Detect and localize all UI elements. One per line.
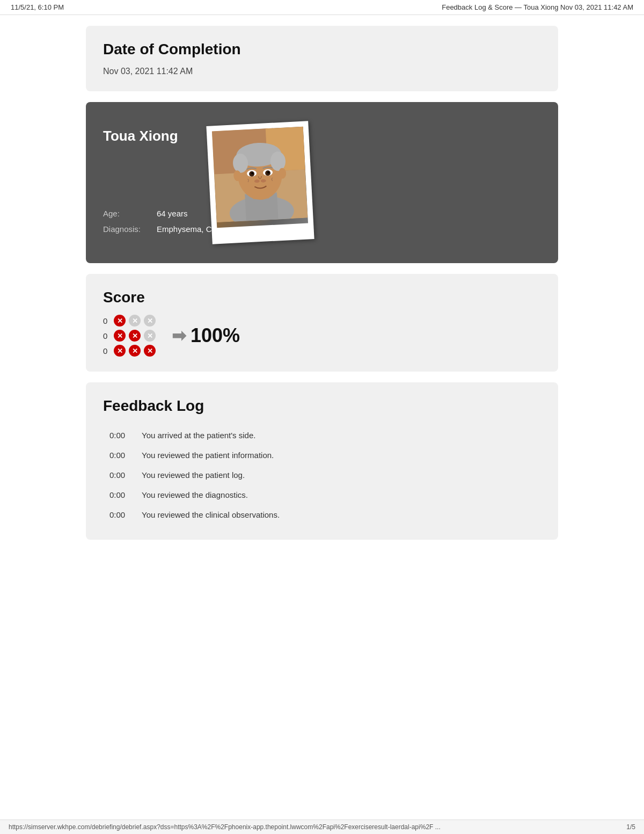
score-row-3: 0 ✕ ✕ ✕ bbox=[103, 345, 156, 357]
feedback-row: 0:00 You reviewed the patient log. bbox=[103, 465, 541, 485]
url-bar: https://simserver.wkhpe.com/debriefing/d… bbox=[0, 820, 644, 834]
feedback-time-0: 0:00 bbox=[103, 425, 135, 445]
score-num-3: 0 bbox=[103, 346, 111, 356]
score-num-1: 0 bbox=[103, 316, 111, 325]
browser-page-title: Feedback Log & Score — Toua Xiong Nov 03… bbox=[442, 3, 633, 11]
diagnosis-label: Diagnosis: bbox=[103, 224, 157, 234]
feedback-log-card: Feedback Log 0:00 You arrived at the pat… bbox=[86, 382, 558, 540]
age-label: Age: bbox=[103, 209, 157, 218]
feedback-text-0: You arrived at the patient's side. bbox=[135, 425, 541, 445]
feedback-row: 0:00 You reviewed the diagnostics. bbox=[103, 485, 541, 505]
score-percent: 100% bbox=[191, 324, 240, 347]
score-result: ➡ 100% bbox=[172, 324, 240, 347]
patient-photo-polaroid bbox=[206, 121, 314, 244]
patient-age-row: Age: 64 years bbox=[103, 209, 541, 218]
patient-info-table: Age: 64 years Diagnosis: Emphysema, COPD bbox=[103, 209, 541, 234]
patient-photo bbox=[212, 127, 308, 228]
score-icon-1-2: ✕ bbox=[129, 315, 141, 327]
browser-bar: 11/5/21, 6:10 PM Feedback Log & Score — … bbox=[0, 0, 644, 15]
age-value: 64 years bbox=[157, 209, 188, 218]
feedback-row: 0:00 You reviewed the clinical observati… bbox=[103, 505, 541, 525]
completion-date: Nov 03, 2021 11:42 AM bbox=[103, 67, 541, 76]
browser-timestamp: 11/5/21, 6:10 PM bbox=[11, 3, 64, 11]
score-row-1: 0 ✕ ✕ ✕ bbox=[103, 315, 156, 327]
score-grid: 0 ✕ ✕ ✕ 0 ✕ ✕ ✕ 0 ✕ ✕ ✕ bbox=[103, 315, 541, 357]
feedback-time-3: 0:00 bbox=[103, 485, 135, 505]
score-icon-1-3: ✕ bbox=[144, 315, 156, 327]
patient-name: Toua Xiong bbox=[103, 128, 541, 144]
feedback-time-1: 0:00 bbox=[103, 445, 135, 465]
score-rows: 0 ✕ ✕ ✕ 0 ✕ ✕ ✕ 0 ✕ ✕ ✕ bbox=[103, 315, 156, 357]
score-title: Score bbox=[103, 289, 541, 306]
score-icon-1-1: ✕ bbox=[114, 315, 126, 327]
date-of-completion-title: Date of Completion bbox=[103, 41, 541, 58]
score-row-2: 0 ✕ ✕ ✕ bbox=[103, 330, 156, 342]
score-icon-3-3: ✕ bbox=[144, 345, 156, 357]
patient-diagnosis-row: Diagnosis: Emphysema, COPD bbox=[103, 224, 541, 234]
feedback-row: 0:00 You reviewed the patient informatio… bbox=[103, 445, 541, 465]
feedback-time-2: 0:00 bbox=[103, 465, 135, 485]
arrow-icon: ➡ bbox=[172, 325, 186, 346]
date-of-completion-card: Date of Completion Nov 03, 2021 11:42 AM bbox=[86, 26, 558, 91]
score-icon-2-2: ✕ bbox=[129, 330, 141, 342]
score-num-2: 0 bbox=[103, 331, 111, 340]
page-indicator: 1/5 bbox=[626, 823, 635, 831]
feedback-text-4: You reviewed the clinical observations. bbox=[135, 505, 541, 525]
feedback-table: 0:00 You arrived at the patient's side. … bbox=[103, 425, 541, 525]
score-icon-3-2: ✕ bbox=[129, 345, 141, 357]
feedback-text-1: You reviewed the patient information. bbox=[135, 445, 541, 465]
score-icon-2-3: ✕ bbox=[144, 330, 156, 342]
feedback-title: Feedback Log bbox=[103, 397, 541, 415]
feedback-text-2: You reviewed the patient log. bbox=[135, 465, 541, 485]
score-card: Score 0 ✕ ✕ ✕ 0 ✕ ✕ ✕ 0 bbox=[86, 274, 558, 372]
score-icon-2-1: ✕ bbox=[114, 330, 126, 342]
feedback-row: 0:00 You arrived at the patient's side. bbox=[103, 425, 541, 445]
url-text: https://simserver.wkhpe.com/debriefing/d… bbox=[9, 823, 441, 831]
feedback-text-3: You reviewed the diagnostics. bbox=[135, 485, 541, 505]
patient-card: Toua Xiong bbox=[86, 102, 558, 263]
score-icon-3-1: ✕ bbox=[114, 345, 126, 357]
feedback-time-4: 0:00 bbox=[103, 505, 135, 525]
